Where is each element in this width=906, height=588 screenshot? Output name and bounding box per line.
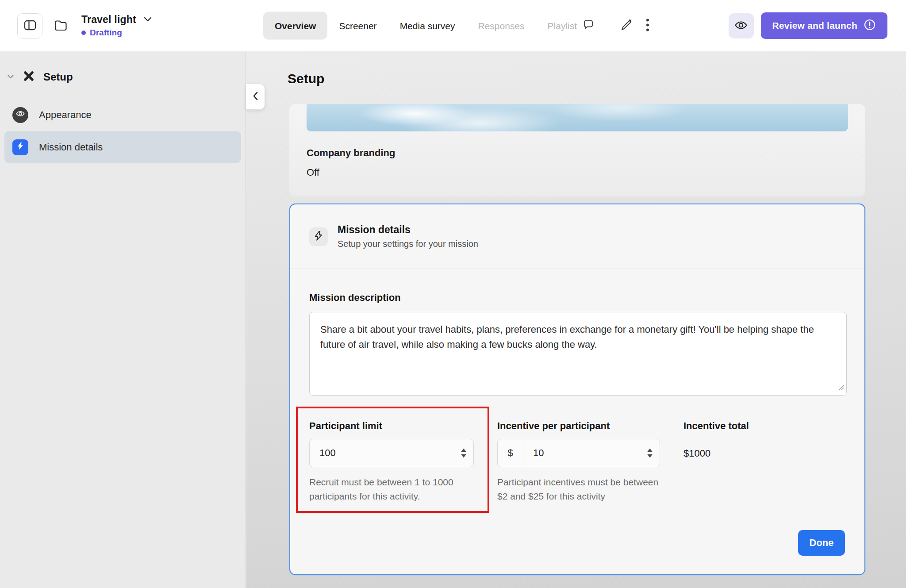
tab-screener[interactable]: Screener bbox=[327, 12, 388, 40]
done-button[interactable]: Done bbox=[798, 530, 845, 556]
incentive-input[interactable] bbox=[523, 447, 660, 459]
eye-icon bbox=[15, 109, 25, 121]
review-and-launch-label: Review and launch bbox=[772, 20, 857, 31]
setup-sidebar: Setup Appearance Mission details bbox=[0, 52, 246, 588]
header-left-group: Travel light Drafting bbox=[17, 13, 152, 38]
tab-overview-label: Overview bbox=[275, 20, 316, 31]
sidebar-toggle-button[interactable] bbox=[17, 13, 42, 38]
mission-description-label: Mission description bbox=[309, 292, 401, 304]
incentive-stepper[interactable] bbox=[647, 449, 653, 458]
header-tabs: Overview Screener Media survey Responses… bbox=[263, 12, 649, 40]
project-title-block: Travel light Drafting bbox=[81, 14, 152, 38]
sidebar-item-label: Mission details bbox=[39, 142, 103, 153]
tab-responses-label: Responses bbox=[478, 20, 525, 31]
sidebar-item-mission-details[interactable]: Mission details bbox=[4, 131, 241, 163]
sidebar-header: Setup bbox=[0, 52, 246, 99]
folder-button[interactable] bbox=[53, 18, 68, 34]
incentive-label: Incentive per participant bbox=[497, 420, 660, 432]
sidebar-item-label: Appearance bbox=[39, 109, 92, 121]
alert-circle-icon bbox=[864, 19, 876, 33]
status-dot bbox=[81, 31, 86, 35]
chevron-left-icon bbox=[252, 91, 259, 103]
incentive-total-group: Incentive total $1000 bbox=[683, 420, 749, 459]
tab-responses[interactable]: Responses bbox=[467, 12, 536, 40]
sidebar-title: Setup bbox=[43, 71, 73, 83]
participant-limit-label: Participant limit bbox=[309, 420, 474, 432]
comment-bubble-icon bbox=[582, 19, 595, 33]
page-title: Setup bbox=[288, 71, 324, 86]
participant-limit-field bbox=[309, 439, 474, 467]
appearance-badge bbox=[12, 107, 28, 123]
header-right-group: Review and launch bbox=[729, 12, 887, 39]
incentive-group: Incentive per participant $ Participant … bbox=[497, 420, 660, 503]
participant-limit-input[interactable] bbox=[310, 447, 473, 459]
magic-pen-icon bbox=[619, 19, 633, 33]
top-header: Travel light Drafting Overview Screener … bbox=[0, 0, 906, 52]
sidebar-item-appearance[interactable]: Appearance bbox=[4, 99, 241, 131]
tab-playlist[interactable]: Playlist bbox=[536, 12, 607, 40]
mission-description-wrap: Share a bit about your travel habits, pl… bbox=[309, 312, 847, 396]
sidebar-panel-icon bbox=[23, 18, 37, 34]
company-branding-label: Company branding bbox=[307, 147, 395, 159]
mission-card-heading: Mission details Setup your settings for … bbox=[338, 224, 478, 249]
kebab-menu-icon bbox=[646, 18, 649, 34]
cover-photo bbox=[307, 104, 848, 131]
tab-overview[interactable]: Overview bbox=[263, 12, 327, 40]
setup-logo-icon bbox=[21, 69, 36, 85]
chevron-down-icon[interactable] bbox=[143, 16, 152, 24]
lightning-icon bbox=[16, 142, 25, 153]
tab-media-survey-label: Media survey bbox=[400, 20, 455, 31]
magic-edit-button[interactable] bbox=[619, 19, 633, 33]
mission-card-title: Mission details bbox=[338, 224, 478, 236]
appearance-card: Company branding Off bbox=[289, 104, 865, 196]
currency-prefix: $ bbox=[498, 439, 523, 467]
lightning-icon bbox=[313, 231, 324, 243]
tab-screener-label: Screener bbox=[339, 20, 376, 31]
mission-description-input[interactable]: Share a bit about your travel habits, pl… bbox=[309, 312, 847, 396]
incentive-total-value: $1000 bbox=[683, 448, 749, 459]
mission-details-badge bbox=[12, 139, 28, 155]
incentive-total-label: Incentive total bbox=[683, 420, 749, 432]
folder-icon bbox=[53, 18, 68, 34]
participant-limit-helper: Recruit must be between 1 to 1000 partic… bbox=[309, 475, 462, 503]
preview-button[interactable] bbox=[729, 13, 754, 38]
eye-icon bbox=[734, 18, 748, 34]
tab-playlist-label: Playlist bbox=[548, 20, 577, 31]
chevron-collapse-icon[interactable] bbox=[7, 73, 14, 81]
more-options-button[interactable] bbox=[646, 18, 649, 34]
mission-bolt-badge bbox=[309, 227, 328, 246]
participant-limit-stepper[interactable] bbox=[461, 449, 466, 458]
incentive-field: $ bbox=[497, 439, 660, 467]
incentive-helper: Participant incentives must be between $… bbox=[497, 475, 659, 503]
main-content: Setup Company branding Off Mission detai… bbox=[246, 52, 906, 588]
review-and-launch-button[interactable]: Review and launch bbox=[761, 12, 887, 39]
project-title: Travel light bbox=[81, 14, 136, 26]
tab-media-survey[interactable]: Media survey bbox=[388, 12, 467, 40]
mission-details-card: Mission details Setup your settings for … bbox=[289, 204, 865, 575]
status-badge: Drafting bbox=[81, 28, 152, 38]
status-label: Drafting bbox=[90, 28, 122, 38]
sidebar-collapse-button[interactable] bbox=[246, 84, 265, 110]
participant-limit-group: Participant limit Recruit must be betwee… bbox=[309, 420, 474, 503]
mission-card-header: Mission details Setup your settings for … bbox=[290, 204, 864, 269]
mission-card-subtitle: Setup your settings for your mission bbox=[338, 239, 478, 249]
company-branding-value: Off bbox=[307, 167, 319, 178]
